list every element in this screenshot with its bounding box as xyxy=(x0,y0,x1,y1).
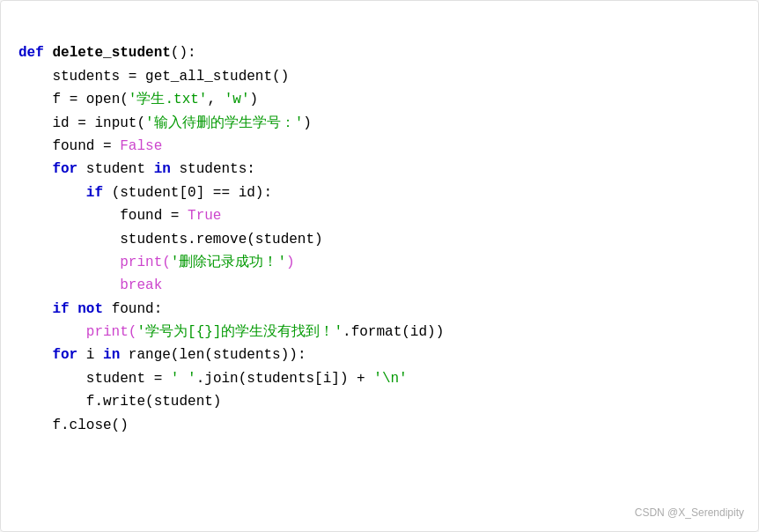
code-block: def delete_student(): students = get_all… xyxy=(18,18,741,460)
keyword-if2: if xyxy=(52,301,69,317)
string-newline: '\n' xyxy=(373,371,407,387)
bool-true: True xyxy=(188,208,221,224)
close-call: f.close() xyxy=(52,417,128,433)
func-print2: print( xyxy=(86,324,137,340)
keyword-for1: for xyxy=(52,161,77,177)
string-space: ' ' xyxy=(171,371,196,387)
function-name: delete_student xyxy=(52,45,170,61)
var-found: found xyxy=(52,138,94,154)
keyword-for2: for xyxy=(52,347,77,363)
keyword-in1: in xyxy=(154,161,171,177)
remove-call: students.remove(student) xyxy=(120,232,322,248)
condition1: (student[0] == id): xyxy=(112,185,272,201)
keyword-not: not xyxy=(77,301,103,317)
keyword-break: break xyxy=(120,277,162,293)
keyword-in2: in xyxy=(103,347,120,363)
string-success: '删除记录成功！' xyxy=(171,255,286,270)
var-found3: found: xyxy=(112,301,163,317)
bool-false: False xyxy=(120,138,162,154)
range-call: range(len(students)): xyxy=(129,347,306,363)
func-open: open( xyxy=(86,92,129,107)
paren: (): xyxy=(171,45,196,61)
write-call: f.write(student) xyxy=(86,394,222,410)
string-input-prompt: '输入待删的学生学号：' xyxy=(145,115,303,131)
string-not-found: '学号为[{}]的学生没有找到！' xyxy=(136,324,343,340)
func-input: input( xyxy=(94,115,145,131)
var-students2: students: xyxy=(179,161,254,177)
keyword-def: def xyxy=(18,45,44,61)
var-f: f xyxy=(52,92,61,107)
var-student2: student xyxy=(86,371,145,387)
var-id: id xyxy=(52,115,69,131)
keyword-if1: if xyxy=(86,185,103,201)
var-i: i xyxy=(86,347,95,363)
watermark: CSDN @X_Serendipity xyxy=(635,505,744,522)
code-container: def delete_student(): students = get_all… xyxy=(0,0,759,532)
var-student: student xyxy=(86,161,145,177)
func-call-get-all: get_all_student() xyxy=(145,69,289,85)
var-students: students xyxy=(52,69,120,85)
func-print1: print( xyxy=(120,255,171,270)
var-found2: found xyxy=(120,208,162,224)
string-filename: '学生.txt' xyxy=(129,92,208,107)
string-mode: 'w' xyxy=(225,92,250,107)
